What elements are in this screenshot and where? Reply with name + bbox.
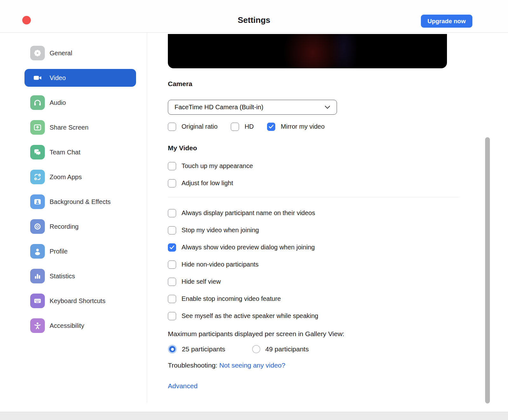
checkbox-always-show-video-preview[interactable]: Always show video preview dialog when jo…	[168, 243, 508, 252]
scrollbar-thumb[interactable]	[485, 137, 490, 403]
share-screen-icon	[30, 120, 45, 135]
headphones-icon	[30, 95, 45, 110]
window-bottom-edge	[0, 412, 508, 420]
troubleshooting-label: Troubleshooting:	[168, 362, 217, 369]
zoom-apps-icon	[30, 170, 45, 184]
checkbox-box	[168, 261, 176, 269]
troubleshooting-row: Troubleshooting:Not seeing any video?	[168, 361, 508, 369]
upgrade-now-button[interactable]: Upgrade now	[421, 15, 472, 28]
sidebar-item-label: General	[50, 50, 72, 57]
gear-icon	[30, 46, 45, 60]
sidebar-item-label: Video	[50, 74, 66, 82]
bar-chart-icon	[30, 269, 45, 283]
checkbox-hide-self-view[interactable]: Hide self view	[168, 277, 508, 286]
gallery-view-label: Maximum participants displayed per scree…	[168, 330, 508, 338]
video-settings-panel: Camera FaceTime HD Camera (Built-in) Ori…	[147, 33, 508, 390]
checkbox-stop-my-video-when-joining[interactable]: Stop my video when joining	[168, 226, 508, 234]
sidebar-item-zoom-apps[interactable]: Zoom Apps	[24, 168, 136, 186]
camera-options-row: Original ratio HD Mirror my video	[168, 122, 508, 131]
sidebar-item-profile[interactable]: Profile	[24, 242, 136, 260]
checkbox-box	[168, 162, 176, 170]
sidebar-item-statistics[interactable]: Statistics	[24, 267, 136, 285]
radio-49-participants[interactable]: 49 participants	[252, 345, 309, 353]
checkbox-hd[interactable]: HD	[231, 122, 254, 131]
camera-select[interactable]: FaceTime HD Camera (Built-in)	[168, 100, 337, 115]
section-divider	[168, 197, 459, 197]
sidebar-item-label: Team Chat	[50, 149, 80, 156]
camera-select-value: FaceTime HD Camera (Built-in)	[175, 104, 325, 111]
checkbox-mirror-my-video[interactable]: Mirror my video	[267, 122, 325, 131]
checkbox-box	[168, 123, 176, 131]
sidebar-item-share-screen[interactable]: Share Screen	[24, 119, 136, 136]
checkbox-touch-up-my-appearance[interactable]: Touch up my appearance	[168, 162, 508, 170]
camera-preview	[168, 34, 447, 68]
sidebar-item-label: Recording	[50, 223, 79, 230]
sidebar-item-label: Statistics	[50, 273, 75, 280]
checkbox-box	[168, 278, 176, 286]
sidebar-item-label: Share Screen	[50, 124, 88, 131]
sidebar-item-audio[interactable]: Audio	[24, 94, 136, 112]
checkbox-hide-non-video-participants[interactable]: Hide non-video participants	[168, 260, 508, 269]
radio-button	[252, 345, 260, 353]
checkbox-box	[168, 209, 176, 217]
chat-bubbles-icon	[30, 145, 45, 159]
sidebar-item-video[interactable]: Video	[24, 69, 136, 87]
sidebar-item-label: Accessibility	[50, 322, 84, 329]
sidebar-item-keyboard-shortcuts[interactable]: Keyboard Shortcuts	[24, 292, 136, 310]
my-video-heading: My Video	[168, 144, 508, 152]
checkbox-box	[168, 295, 176, 303]
sidebar-item-background-effects[interactable]: Background & Effects	[24, 193, 136, 211]
radio-25-participants[interactable]: 25 participants	[168, 345, 225, 354]
title-bar: Settings Upgrade now	[0, 0, 508, 33]
checkbox-original-ratio[interactable]: Original ratio	[168, 122, 217, 131]
checkbox-box	[231, 123, 239, 131]
checkbox-see-myself-active-speaker[interactable]: See myself as the active speaker while s…	[168, 312, 508, 320]
keyboard-icon	[30, 294, 45, 308]
check-icon	[169, 245, 175, 249]
sidebar-item-recording[interactable]: Recording	[24, 218, 136, 235]
sidebar-item-label: Audio	[50, 99, 66, 106]
settings-sidebar: General Video Audio Share Screen Team Ch	[24, 44, 136, 342]
link-advanced[interactable]: Advanced	[168, 382, 197, 390]
sidebar-item-label: Profile	[50, 248, 68, 255]
person-icon	[30, 244, 45, 259]
record-ring-icon	[30, 219, 45, 234]
video-camera-icon	[30, 71, 45, 85]
checkbox-box	[168, 243, 176, 252]
check-icon	[269, 125, 274, 129]
gallery-view-options: 25 participants 49 participants	[168, 345, 508, 354]
link-not-seeing-any-video[interactable]: Not seeing any video?	[219, 362, 285, 369]
sidebar-item-label: Background & Effects	[50, 198, 111, 206]
chevron-down-icon	[325, 105, 330, 109]
sidebar-item-accessibility[interactable]: Accessibility	[24, 317, 136, 335]
sidebar-item-general[interactable]: General	[24, 44, 136, 62]
accessibility-icon	[30, 318, 45, 333]
settings-window: Settings Upgrade now General Video Audio	[0, 0, 508, 412]
checkbox-adjust-for-low-light[interactable]: Adjust for low light	[168, 179, 508, 187]
person-frame-icon	[30, 194, 45, 209]
camera-heading: Camera	[168, 80, 508, 88]
checkbox-box	[267, 123, 275, 131]
checkbox-enable-stop-incoming-video[interactable]: Enable stop incoming video feature	[168, 295, 508, 303]
checkbox-box	[168, 226, 176, 234]
checkbox-always-display-participant-name[interactable]: Always display participant name on their…	[168, 209, 508, 217]
radio-button	[168, 345, 177, 354]
sidebar-item-label: Keyboard Shortcuts	[50, 297, 106, 305]
sidebar-item-label: Zoom Apps	[50, 173, 82, 181]
checkbox-box	[168, 179, 176, 187]
sidebar-item-team-chat[interactable]: Team Chat	[24, 143, 136, 161]
checkbox-box	[168, 312, 176, 320]
